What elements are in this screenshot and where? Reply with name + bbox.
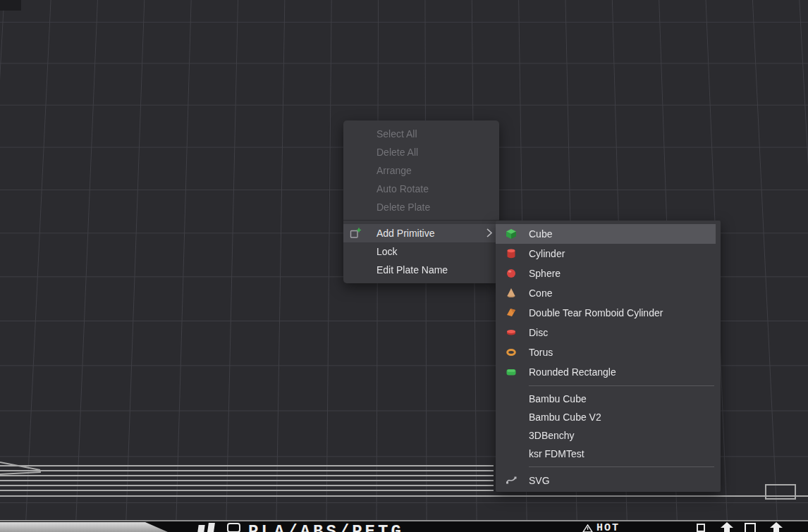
cone-icon — [506, 287, 517, 299]
plate-edge-line — [0, 490, 494, 491]
submenu-item-label: Sphere — [529, 268, 561, 279]
add-primitive-icon — [350, 227, 362, 239]
submenu-item-label: Disc — [529, 327, 548, 338]
svg-curve-icon — [506, 475, 517, 486]
plate-edge-line — [0, 480, 494, 481]
submenu-item-label: SVG — [529, 475, 550, 486]
submenu-item-label: Rounded Rectangle — [529, 366, 616, 378]
menu-separator — [343, 220, 499, 221]
cube-icon — [506, 228, 517, 240]
submenu-item-label: Bambu Cube V2 — [529, 412, 601, 423]
submenu-item-ksr-fdmtest[interactable]: ksr FDMTest — [496, 445, 721, 463]
menu-item-add-primitive[interactable]: Add Primitive — [343, 224, 499, 242]
submenu-separator — [529, 385, 714, 386]
cylinder-icon — [506, 248, 517, 259]
menu-item-select-all[interactable]: Select All — [343, 125, 499, 143]
menu-item-arrange[interactable]: Arrange — [343, 161, 499, 180]
submenu-item-label: Cube — [529, 228, 552, 240]
plate-marker-icon — [697, 524, 705, 532]
submenu-item-label: Bambu Cube — [529, 393, 587, 404]
submenu-chevron-icon — [486, 228, 492, 237]
corner-dark-patch — [0, 0, 21, 11]
submenu-item-cone[interactable]: Cone — [496, 283, 721, 303]
add-primitive-submenu: Cube Cylinder Sphere Cone — [496, 221, 721, 492]
plate-edge-line — [0, 465, 494, 466]
submenu-item-cylinder[interactable]: Cylinder — [496, 244, 721, 264]
submenu-item-svg[interactable]: SVG — [496, 471, 721, 490]
submenu-item-disc[interactable]: Disc — [496, 323, 721, 342]
submenu-item-label: Torus — [529, 347, 553, 358]
submenu-item-cube[interactable]: Cube — [496, 224, 716, 244]
bambu-logo — [198, 523, 218, 532]
plate-badge-icon — [227, 523, 240, 532]
plate-hot-label: HOT — [596, 522, 620, 532]
menu-item-auto-rotate[interactable]: Auto Rotate — [343, 180, 499, 198]
menu-item-delete-all[interactable]: Delete All — [343, 143, 499, 161]
disc-icon — [506, 327, 517, 338]
plate-material-label: PLA/ABS/PETG — [248, 522, 404, 532]
submenu-separator — [529, 466, 714, 467]
up-arrow-icon — [770, 522, 783, 532]
context-menu: Select All Delete All Arrange Auto Rotat… — [343, 120, 499, 283]
plate-edge-line — [0, 475, 494, 476]
menu-item-lock[interactable]: Lock — [343, 242, 499, 261]
menu-item-edit-plate-name[interactable]: Edit Plate Name — [343, 261, 499, 279]
submenu-item-label: ksr FDMTest — [529, 448, 584, 459]
submenu-item-label: Cylinder — [529, 248, 565, 259]
plate-edge-line — [0, 495, 808, 497]
torus-icon — [506, 347, 517, 358]
submenu-item-double-tear-romboid-cylinder[interactable]: Double Tear Romboid Cylinder — [496, 303, 721, 323]
plate-square-marker-icon — [745, 523, 756, 532]
plate-edge-line — [0, 470, 494, 471]
double-tear-romboid-cylinder-icon — [506, 307, 517, 318]
submenu-item-sphere[interactable]: Sphere — [496, 264, 721, 283]
submenu-item-label: 3DBenchy — [529, 430, 575, 441]
up-arrow-icon — [721, 522, 733, 532]
rounded-rectangle-icon — [506, 366, 517, 378]
plate-edge-line — [0, 485, 494, 486]
submenu-item-bambu-cube-v2[interactable]: Bambu Cube V2 — [496, 408, 721, 426]
plate-corner-tab — [0, 522, 168, 532]
submenu-item-label: Cone — [529, 287, 552, 299]
submenu-item-torus[interactable]: Torus — [496, 342, 721, 362]
hot-warning-icon — [582, 523, 593, 532]
menu-item-label: Add Primitive — [377, 228, 434, 239]
sphere-icon — [506, 268, 517, 279]
submenu-item-label: Double Tear Romboid Cylinder — [529, 307, 663, 318]
menu-item-delete-plate[interactable]: Delete Plate — [343, 198, 499, 216]
submenu-item-rounded-rectangle[interactable]: Rounded Rectangle — [496, 362, 721, 382]
plate-corner-outline — [765, 484, 796, 500]
submenu-item-bambu-cube[interactable]: Bambu Cube — [496, 390, 721, 408]
submenu-item-3dbenchy[interactable]: 3DBenchy — [496, 426, 721, 445]
